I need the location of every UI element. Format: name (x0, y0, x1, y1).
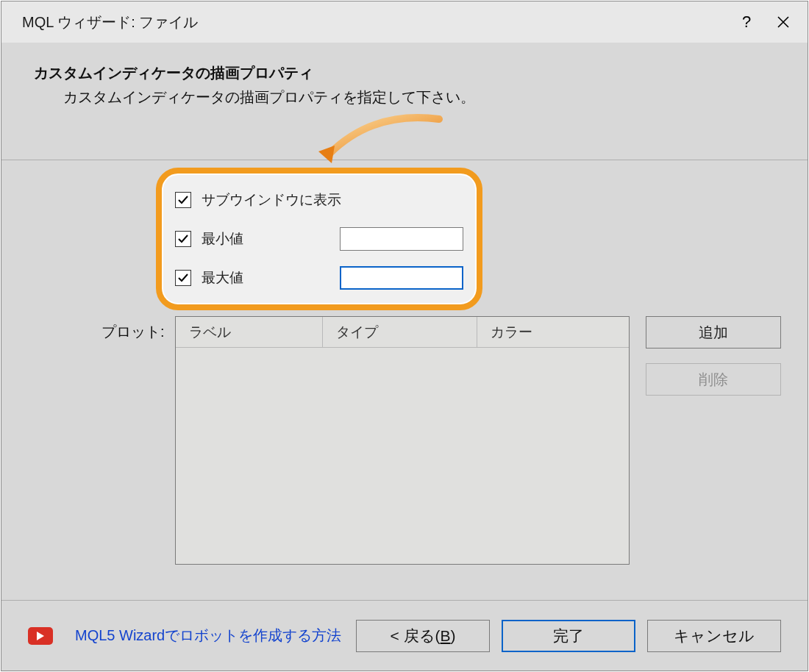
body: サブウインドウに表示 最小値 最大値 プロット: (1, 160, 808, 600)
check-icon (177, 233, 189, 245)
check-icon (177, 194, 189, 206)
show-subwindow-checkbox[interactable] (175, 192, 191, 208)
plot-table[interactable]: ラベル タイプ カラー (175, 316, 630, 565)
back-button-suffix: ) (451, 627, 456, 645)
cancel-button[interactable]: キャンセル (647, 620, 781, 652)
max-label: 最大値 (202, 268, 243, 287)
max-checkbox[interactable] (175, 270, 191, 286)
page-title: カスタムインディケータの描画プロパティ (34, 63, 808, 83)
window-title: MQL ウィザード: ファイル (22, 12, 728, 32)
header: カスタムインディケータの描画プロパティ カスタムインディケータの描画プロパティを… (1, 43, 808, 160)
back-button[interactable]: < 戻る(B) (356, 620, 490, 652)
plot-table-body[interactable] (176, 348, 629, 564)
min-checkbox[interactable] (175, 231, 191, 247)
titlebar: MQL ウィザード: ファイル ? (1, 1, 808, 43)
footer: MQL5 Wizardでロボットを作成する方法 < 戻る(B) 完了 キャンセル (1, 600, 808, 671)
close-icon (777, 15, 790, 29)
plot-col-label[interactable]: ラベル (176, 317, 323, 347)
finish-button[interactable]: 完了 (502, 620, 635, 652)
mql-wizard-window: MQL ウィザード: ファイル ? カスタムインディケータの描画プロパティ カス… (1, 1, 808, 671)
show-subwindow-label: サブウインドウに表示 (202, 190, 341, 210)
close-button[interactable] (765, 1, 802, 43)
page-subtitle: カスタムインディケータの描画プロパティを指定して下さい。 (63, 87, 808, 107)
max-row: 最大値 (175, 265, 463, 291)
plot-side-buttons: 追加 削除 (646, 316, 781, 396)
show-subwindow-row: サブウインドウに表示 (175, 187, 463, 212)
help-button[interactable]: ? (728, 1, 765, 43)
back-button-prefix: < 戻る( (390, 626, 440, 646)
add-button[interactable]: 追加 (646, 316, 781, 348)
back-button-key: B (441, 627, 451, 645)
min-label: 最小値 (202, 229, 243, 249)
check-icon (177, 272, 189, 284)
youtube-icon[interactable] (28, 627, 53, 645)
help-link[interactable]: MQL5 Wizardでロボットを作成する方法 (75, 626, 344, 646)
min-row: 最小値 (175, 226, 463, 251)
plot-table-header: ラベル タイプ カラー (176, 317, 629, 348)
plot-label: プロット: (31, 316, 175, 342)
plot-section: プロット: ラベル タイプ カラー 追加 削除 (31, 316, 781, 565)
subwindow-settings-panel: サブウインドウに表示 最小値 最大値 (156, 168, 482, 310)
max-input[interactable] (340, 266, 463, 290)
play-icon (36, 631, 45, 641)
min-input[interactable] (340, 227, 463, 251)
delete-button: 削除 (646, 363, 781, 396)
plot-col-type[interactable]: タイプ (323, 317, 477, 347)
plot-col-color[interactable]: カラー (477, 317, 629, 347)
